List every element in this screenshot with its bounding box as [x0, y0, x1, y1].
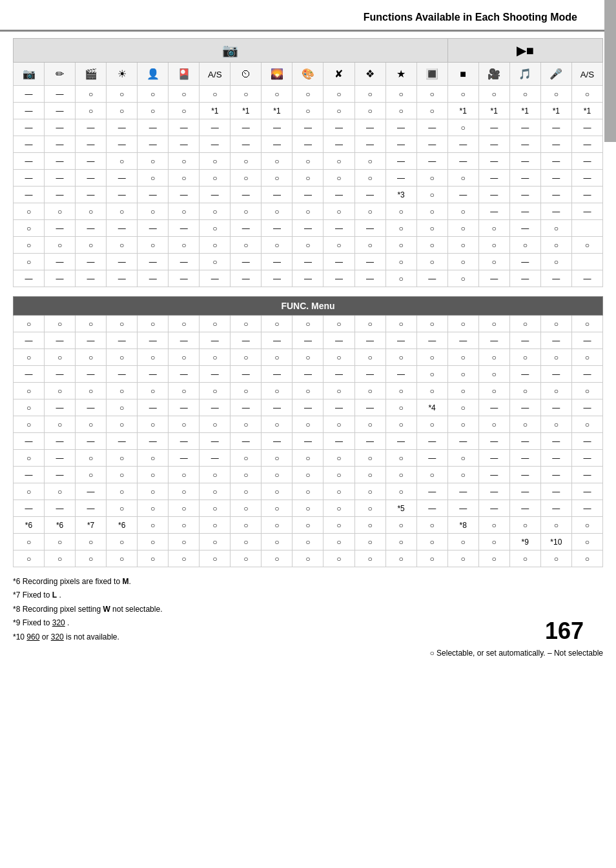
footnotes-section: *6 Recording pixels are fixed to M. *7 F…: [13, 575, 603, 643]
table-row: *6*6*7*6○○○○○○○○○○*8○○○○: [14, 517, 603, 534]
camera-icon: 📷: [222, 43, 238, 57]
mode-icon-13: ★: [385, 63, 416, 86]
page-title: Functions Available in Each Shooting Mod…: [0, 0, 616, 32]
camera-header-row: 📷 ▶■: [14, 39, 603, 63]
table-row: ○○—○○○○○○○○○○——————: [14, 483, 603, 500]
table-row: ○○○○○○○○○○○○○○○————: [14, 203, 603, 220]
table-row: ○○○○○○○○○○○○○○○○○○○: [14, 316, 603, 332]
table-row: ○○○○○○○○○○○○○○○○○○○: [14, 416, 603, 433]
table-row: ——○○○○*1*1*1○○○○○*1*1*1*1*1: [14, 103, 603, 119]
mode-icon-row: 📷 ✏ 🎬 ☀ 👤 🎴 A/S ⏲ 🌄 🎨 ✘ ❖ ★ 🔳 ■ 🎥: [14, 63, 603, 86]
footnote-9: *9 Fixed to 320 .: [13, 616, 603, 629]
mode-icon-15: ■: [447, 63, 478, 86]
table-row: ——○○○○○○○○○○○○○○○○○: [14, 86, 603, 103]
func-menu-title: FUNC. Menu: [281, 301, 334, 311]
mode-icon-10: 🎨: [293, 63, 323, 86]
table-row: ———○○○○○○○○○*5——————: [14, 500, 603, 517]
mode-icon-8: ⏲: [231, 63, 262, 86]
table-row: ———————————————————: [14, 332, 603, 349]
mode-icon-12: ❖: [354, 63, 385, 86]
footnote-10: *10 960 or 320 is not available.: [13, 631, 603, 643]
mode-icon-3: 🎬: [76, 63, 107, 86]
table-row: ○○○○○○○○○○○○○○○○○○○: [14, 349, 603, 366]
table-row: ———————————————————: [14, 433, 603, 450]
table-row: ————————————○—○————: [14, 270, 603, 287]
table-row: ————○○○○○○○○—○○————: [14, 170, 603, 187]
table-row: —————————————○○○———: [14, 366, 603, 383]
mode-icon-9: 🌄: [262, 63, 293, 86]
mode-icon-6: 🎴: [169, 63, 200, 86]
table-row: ○—————○—————○○○○—○: [14, 254, 603, 270]
table-row: ○—○○○——○○○○○○—○————: [14, 450, 603, 467]
func-menu-table: FUNC. Menu ○○○○○○○○○○○○○○○○○○○ —————————…: [13, 296, 603, 567]
table-row: ○○○○○○○○○○○○○○○○*9*10○: [14, 534, 603, 550]
table-row: ————————————*3○—————: [14, 187, 603, 203]
mode-icon-5: 👤: [138, 63, 169, 86]
table-row: ○——○————————○*4○————: [14, 399, 603, 416]
footnote-7: *7 Fixed to L .: [13, 589, 603, 601]
table-row: ○○○○○○○○○○○○○○○○○○○: [14, 383, 603, 399]
page-tab: [604, 0, 616, 142]
page-number: 167: [545, 618, 584, 645]
table-row: ○○○○○○○○○○○○○○○○○○○: [14, 237, 603, 254]
table-row: ——————————————○————: [14, 119, 603, 136]
mode-icon-14: 🔳: [416, 63, 447, 86]
mode-icon-19: A/S: [571, 63, 602, 86]
movie-icon: ▶■: [517, 43, 534, 57]
table-row: ———————————————————: [14, 136, 603, 153]
footnote-8: *8 Recording pixel setting W not selecta…: [13, 603, 603, 616]
func-menu-header: FUNC. Menu: [14, 297, 603, 316]
mode-icon-1: 📷: [14, 63, 45, 86]
table-row: ——○○○○○○○○○○○○○————: [14, 467, 603, 483]
mode-icon-7: A/S: [200, 63, 231, 86]
table-row: ○○○○○○○○○○○○○○○○○○○: [14, 550, 603, 567]
mode-icon-2: ✏: [45, 63, 76, 86]
table-row: ○—————○—————○○○○—○: [14, 220, 603, 237]
mode-icon-18: 🎤: [540, 63, 571, 86]
mode-icon-17: 🎵: [509, 63, 540, 86]
footnote-6: *6 Recording pixels are fixed to M.: [13, 575, 603, 588]
mode-icon-4: ☀: [107, 63, 138, 86]
table-row: ———○○○○○○○○○———————: [14, 153, 603, 170]
top-table: 📷 ▶■ 📷 ✏ 🎬 ☀ 👤 🎴 A/S ⏲ 🌄: [13, 38, 603, 287]
selectable-note: ○ Selectable, or set automatically. – No…: [13, 649, 603, 658]
mode-icon-11: ✘: [323, 63, 354, 86]
mode-icon-16: 🎥: [478, 63, 509, 86]
